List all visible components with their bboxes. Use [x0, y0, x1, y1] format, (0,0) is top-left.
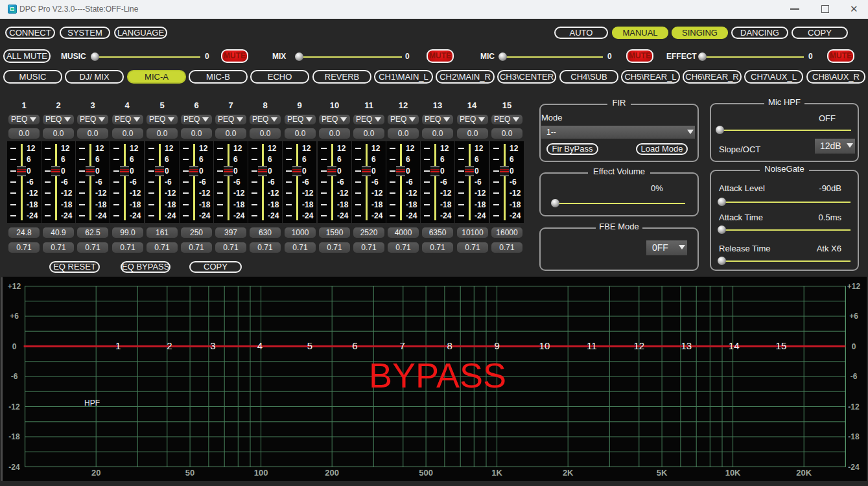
svg-text:14: 14	[729, 340, 740, 351]
svg-text:+6: +6	[10, 312, 19, 321]
svg-text:4: 4	[257, 340, 263, 351]
svg-text:-18: -18	[8, 432, 20, 441]
svg-text:500: 500	[419, 468, 433, 478]
svg-text:5: 5	[307, 340, 312, 351]
svg-text:1: 1	[115, 340, 121, 351]
svg-text:HPF: HPF	[84, 399, 100, 408]
svg-text:-24: -24	[848, 463, 860, 472]
svg-text:15: 15	[776, 340, 787, 351]
svg-text:2K: 2K	[563, 468, 574, 478]
svg-text:7: 7	[399, 340, 405, 351]
svg-text:6: 6	[352, 340, 357, 351]
svg-text:BYPASS: BYPASS	[369, 356, 506, 395]
svg-text:-18: -18	[848, 432, 860, 441]
svg-text:20: 20	[91, 468, 100, 478]
svg-text:2: 2	[167, 340, 172, 351]
svg-text:13: 13	[681, 340, 692, 351]
svg-text:-12: -12	[848, 402, 860, 411]
svg-text:+6: +6	[849, 312, 858, 321]
svg-text:9: 9	[494, 340, 499, 351]
svg-text:5K: 5K	[657, 468, 668, 478]
svg-text:-6: -6	[850, 372, 858, 381]
svg-text:-24: -24	[8, 463, 20, 472]
svg-text:0: 0	[852, 342, 856, 351]
svg-text:-12: -12	[8, 402, 20, 411]
svg-text:10K: 10K	[725, 468, 741, 478]
svg-text:0: 0	[12, 342, 17, 351]
svg-text:10: 10	[539, 340, 550, 351]
svg-text:100: 100	[254, 468, 268, 478]
svg-text:1K: 1K	[491, 468, 502, 478]
svg-text:+12: +12	[847, 282, 861, 291]
svg-text:8: 8	[447, 340, 452, 351]
svg-text:11: 11	[587, 340, 597, 351]
svg-text:12: 12	[633, 340, 644, 351]
svg-text:200: 200	[325, 468, 339, 478]
svg-text:-6: -6	[11, 372, 18, 381]
svg-text:50: 50	[185, 468, 194, 478]
svg-text:3: 3	[210, 340, 215, 351]
svg-text:20K: 20K	[796, 468, 812, 478]
svg-text:+12: +12	[8, 282, 21, 291]
